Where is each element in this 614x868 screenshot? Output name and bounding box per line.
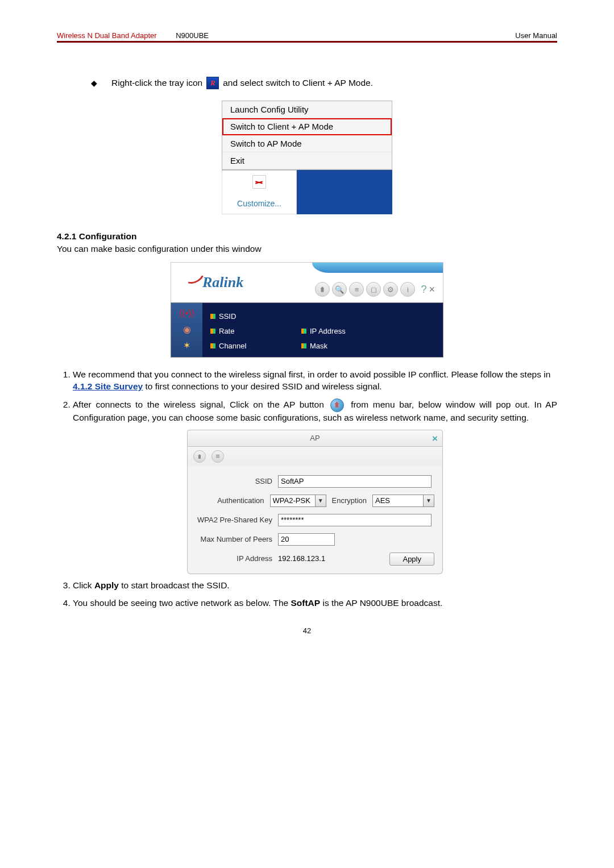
apply-word: Apply	[94, 580, 119, 590]
diamond-bullet-icon: ◆	[91, 78, 97, 88]
menu-item-exit[interactable]: Exit	[222, 152, 392, 169]
field-ip: IP Address	[301, 327, 435, 335]
tray-popup: Customize...	[222, 170, 297, 214]
chevron-down-icon[interactable]: ▼	[424, 495, 434, 507]
doc-type: User Manual	[515, 31, 557, 40]
model-name: N900UBE	[176, 31, 209, 40]
ralink-logo: Ralink	[202, 274, 243, 291]
sidebar-signal-icon[interactable]: ((•))	[178, 306, 196, 320]
step-4: You should be seeing two active network …	[73, 597, 557, 609]
help-icon[interactable]: ?	[421, 284, 426, 296]
toolbar-search-icon[interactable]: 🔍	[332, 282, 347, 297]
ap-button-icon	[330, 398, 344, 412]
page-number: 42	[57, 626, 557, 635]
enc-select[interactable]: ▼	[372, 495, 434, 507]
intro-bullet: ◆ Right-click the tray icon R and select…	[91, 77, 557, 89]
label-psk: WPA2 Pre-Shared Key	[196, 515, 272, 525]
menu-item-client-ap[interactable]: Switch to Client + AP Mode	[222, 118, 392, 135]
sidebar-stats-icon[interactable]: ✶	[178, 338, 196, 352]
label-ip: IP Address	[196, 554, 272, 564]
auth-value[interactable]	[270, 495, 316, 507]
toolbar-link-icon[interactable]: ◻	[366, 282, 381, 297]
label-auth: Authentication	[196, 496, 264, 506]
ssid-input[interactable]	[278, 475, 432, 488]
ralink-panel-screenshot: Ralink 🔍 ≡ ◻ ⚙ i ? × ((•)) ◉ ✶	[171, 262, 443, 358]
menu-item-ap[interactable]: Switch to AP Mode	[222, 135, 392, 152]
chip-icon	[301, 329, 306, 334]
tray-icon: R	[206, 77, 219, 89]
field-channel: Channel	[210, 342, 301, 350]
maxpeers-input[interactable]	[278, 533, 335, 546]
label-maxpeers: Max Number of Peers	[196, 534, 272, 545]
close-icon[interactable]: ×	[429, 284, 435, 296]
chevron-down-icon[interactable]: ▼	[316, 495, 326, 507]
section-intro: You can make basic configuration under t…	[57, 244, 557, 254]
chip-icon	[301, 343, 306, 348]
step-1: We recommend that you connect to the wir…	[73, 369, 557, 393]
enc-value[interactable]	[372, 495, 424, 507]
field-rate: Rate	[210, 327, 301, 335]
close-icon[interactable]: ×	[432, 433, 438, 446]
tray-background	[297, 170, 392, 214]
chip-icon	[210, 329, 215, 334]
intro-text-b: and select switch to Client + AP Mode.	[223, 78, 373, 88]
document-header: Wireless N Dual Band Adapter N900UBE Use…	[57, 31, 557, 43]
ip-value: 192.168.123.1	[278, 554, 352, 564]
ap-tab-config-icon[interactable]	[193, 450, 206, 463]
psk-input[interactable]	[278, 514, 432, 526]
context-menu-screenshot: Launch Config Utility Switch to Client +…	[222, 101, 392, 214]
toolbar-advanced-icon[interactable]: ⚙	[383, 282, 398, 297]
customize-link[interactable]: Customize...	[237, 199, 281, 208]
ap-tab-list-icon[interactable]: ≡	[211, 450, 224, 463]
hidden-tray-icon[interactable]	[252, 175, 266, 189]
toolbar-ap-icon[interactable]	[315, 282, 330, 297]
toolbar-info-icon[interactable]: i	[400, 282, 415, 297]
window-tab-curve	[312, 263, 443, 273]
field-mask: Mask	[301, 342, 435, 350]
product-name: Wireless N Dual Band Adapter	[57, 31, 157, 40]
section-heading: 4.2.1 Configuration	[57, 231, 557, 242]
chip-icon	[210, 343, 215, 348]
step-2: After connects to the wireless signal, C…	[73, 398, 557, 574]
field-ssid: SSID	[210, 312, 301, 321]
sidebar-network-icon[interactable]: ◉	[178, 322, 196, 336]
ap-window-title: AP	[310, 433, 320, 443]
label-enc: Encryption	[332, 496, 367, 506]
apply-button[interactable]: Apply	[389, 553, 434, 566]
menu-item-launch[interactable]: Launch Config Utility	[222, 101, 392, 118]
label-ssid: SSID	[196, 476, 272, 487]
intro-text-a: Right-click the tray icon	[111, 78, 202, 88]
toolbar-list-icon[interactable]: ≡	[349, 282, 364, 297]
auth-select[interactable]: ▼	[270, 495, 326, 507]
site-survey-link[interactable]: 4.1.2 Site Survey	[73, 381, 143, 391]
ap-config-window: AP × ≡ SSID Authentication	[187, 430, 443, 574]
chip-icon	[210, 314, 215, 319]
step-3: Click Apply to start broadcast the SSID.	[73, 580, 557, 592]
softap-word: SoftAP	[291, 598, 320, 608]
